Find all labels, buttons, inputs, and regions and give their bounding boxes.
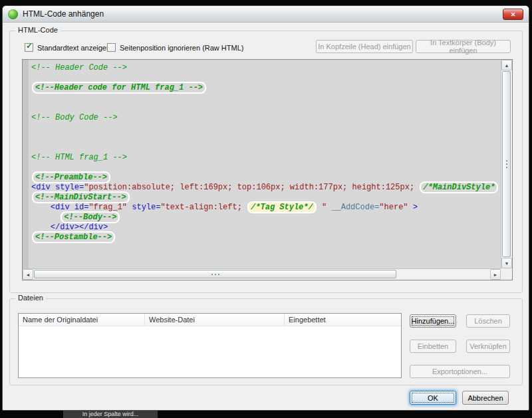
code-segment: </div></div> bbox=[31, 223, 108, 232]
code-segment: <div id= bbox=[31, 203, 88, 212]
code-line: <!--Body--> bbox=[31, 213, 500, 223]
code-segment: > bbox=[408, 203, 418, 212]
code-segment: /*Tag Style*/ bbox=[247, 201, 317, 213]
standardtext-checkbox-label: Standardtext anzeigen bbox=[37, 44, 110, 52]
app-icon bbox=[8, 9, 18, 19]
cancel-button[interactable]: Abbrechen bbox=[462, 391, 509, 405]
code-editor[interactable]: <!-- Header Code --> <!--Header code for… bbox=[22, 59, 513, 280]
column-header-original-file[interactable]: Name der Originaldatei bbox=[19, 314, 145, 326]
titlebar[interactable]: HTML-Code anhängen ✕ bbox=[3, 6, 529, 23]
code-segment bbox=[31, 213, 60, 222]
standardtext-checkbox[interactable]: ✓ bbox=[25, 43, 33, 52]
checkmark-icon: ✓ bbox=[26, 41, 33, 51]
ok-button[interactable]: OK bbox=[410, 391, 456, 405]
horizontal-scroll-thumb[interactable] bbox=[34, 270, 396, 278]
scroll-up-icon[interactable]: ▲ bbox=[501, 60, 512, 70]
desktop-background: In jeder Spalte wird... bbox=[0, 411, 532, 418]
column-header-website-file[interactable]: Website-Datei bbox=[145, 314, 285, 326]
code-segment: /*MainDivStyle* bbox=[420, 181, 498, 193]
checkbox-row-standardtext: ✓ Standardtext anzeigen bbox=[25, 43, 110, 52]
close-icon: ✕ bbox=[511, 11, 516, 18]
code-line bbox=[31, 103, 500, 113]
code-segment: "text-align:left; bbox=[160, 203, 247, 212]
code-segment: <!--Header code for HTML frag_1 --> bbox=[32, 82, 206, 94]
code-content[interactable]: <!-- Header Code --> <!--Header code for… bbox=[31, 63, 500, 268]
scroll-down-icon[interactable]: ▼ bbox=[501, 258, 512, 268]
insert-head-button[interactable]: In Kopfzeile (Head) einfügen bbox=[316, 40, 413, 53]
vertical-scroll-thumb[interactable] bbox=[502, 71, 511, 257]
code-line: <!-- Body Code --> bbox=[31, 113, 500, 123]
group-dateien-label: Dateien bbox=[15, 294, 46, 302]
code-segment: <!--Postamble--> bbox=[32, 231, 115, 243]
add-button[interactable]: Hinzufügen... bbox=[410, 314, 456, 328]
code-line bbox=[31, 93, 500, 103]
code-segment: <!-- HTML frag_1 --> bbox=[31, 153, 127, 162]
column-header-embedded[interactable]: Eingebettet bbox=[285, 314, 401, 326]
group-html-code-label: HTML-Code bbox=[15, 26, 61, 34]
code-line bbox=[31, 143, 500, 153]
scroll-grip bbox=[211, 274, 213, 275]
file-list[interactable]: Name der Originaldatei Website-Datei Ein… bbox=[18, 313, 402, 378]
code-segment: "here" bbox=[379, 203, 408, 212]
file-list-header: Name der Originaldatei Website-Datei Ein… bbox=[19, 314, 401, 326]
code-segment: <!--Preamble--> bbox=[32, 171, 110, 183]
code-segment: <!--Body--> bbox=[61, 211, 120, 223]
vertical-scrollbar[interactable]: ▲ ▼ bbox=[501, 60, 512, 268]
embed-button[interactable]: Einbetten bbox=[410, 340, 456, 353]
scroll-grip bbox=[506, 160, 507, 161]
background-window-fragment: In jeder Spalte wird... bbox=[63, 411, 158, 418]
code-segment: style= bbox=[127, 203, 160, 212]
close-button[interactable]: ✕ bbox=[503, 9, 523, 20]
link-button[interactable]: Verknüpfen bbox=[466, 340, 510, 353]
checkbox-row-rawhtml: Seitenposition ignorieren (Raw HTML) bbox=[107, 43, 243, 52]
window-title: HTML-Code anhängen bbox=[23, 9, 104, 19]
code-line: <!--Header code for HTML frag_1 --> bbox=[31, 83, 500, 93]
export-options-button[interactable]: Exportoptionen... bbox=[410, 365, 510, 378]
code-segment: " bbox=[317, 203, 332, 212]
scroll-right-icon[interactable]: ► bbox=[490, 269, 501, 280]
code-segment: <div style= bbox=[31, 183, 84, 192]
code-line: <!-- HTML frag_1 --> bbox=[31, 153, 500, 163]
dialog-html-code-anhaengen: HTML-Code anhängen ✕ HTML-Code ✓ Standar… bbox=[2, 5, 529, 411]
code-line: <!-- Header Code --> bbox=[31, 63, 500, 73]
rawhtml-checkbox[interactable] bbox=[107, 43, 116, 52]
code-line bbox=[31, 133, 500, 143]
code-segment: <!-- Header Code --> bbox=[31, 63, 127, 72]
horizontal-scrollbar[interactable]: ◄ ► bbox=[23, 268, 501, 280]
code-line: <!--Postamble--> bbox=[31, 233, 500, 243]
code-gutter bbox=[23, 60, 29, 268]
code-segment: "frag_1" bbox=[88, 203, 127, 212]
code-segment: __AddCode= bbox=[331, 203, 379, 212]
delete-button[interactable]: Löschen bbox=[466, 314, 510, 328]
code-line bbox=[31, 123, 500, 133]
scroll-left-icon[interactable]: ◄ bbox=[23, 269, 33, 280]
code-segment: <!--MainDivStart--> bbox=[32, 191, 130, 203]
rawhtml-checkbox-label: Seitenposition ignorieren (Raw HTML) bbox=[120, 44, 243, 52]
scrollbar-corner bbox=[501, 268, 512, 280]
code-segment: <!-- Body Code --> bbox=[31, 113, 118, 122]
code-segment: "position:absolute; left:169px; top:106p… bbox=[84, 183, 419, 192]
insert-body-button[interactable]: In Textkörper (Body) einfügen bbox=[416, 40, 511, 53]
